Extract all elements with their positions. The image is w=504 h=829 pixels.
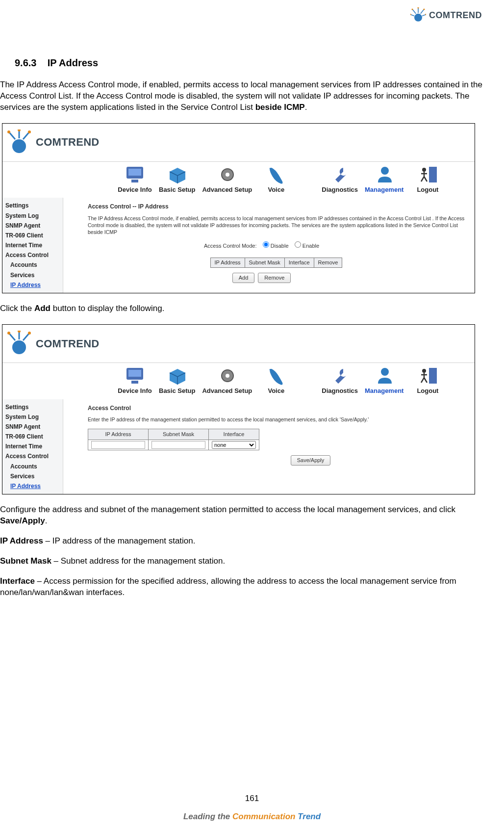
nav-diagnostics[interactable]: Diagnostics: [322, 366, 358, 395]
add-button[interactable]: Add: [232, 273, 255, 283]
sidebar-item-ip-address[interactable]: IP Address: [5, 481, 60, 491]
nav-label: Basic Setup: [159, 185, 195, 194]
intro-text-a: The IP Address Access Control mode, if e…: [0, 80, 482, 112]
mode-label: Access Control Mode:: [204, 243, 257, 249]
main-panel: Access Control -- IP Address The IP Addr…: [63, 198, 475, 293]
svg-point-20: [28, 332, 31, 335]
nav-label: Advanced Setup: [202, 387, 252, 395]
nav-device-info[interactable]: Device Info: [118, 366, 152, 395]
sidebar-item-settings[interactable]: Settings: [5, 201, 60, 210]
gear-icon: [216, 366, 238, 386]
click-text-c: button to display the following.: [50, 304, 164, 313]
sidebar-item-system-log[interactable]: System Log: [5, 412, 60, 422]
sidebar-item-internet-time[interactable]: Internet Time: [5, 240, 60, 250]
sidebar-item-internet-time[interactable]: Internet Time: [5, 441, 60, 451]
sidebar-item-tr069[interactable]: TR-069 Client: [5, 231, 60, 240]
document-body: 9.6.3 IP Address The IP Address Access C…: [0, 0, 504, 598]
ip-address-input[interactable]: [91, 441, 145, 449]
nav-management[interactable]: Management: [365, 165, 403, 194]
ui-brand-text: COMTREND: [36, 135, 100, 150]
radio-enable[interactable]: [295, 241, 301, 248]
tagline-a: Leading the: [183, 812, 232, 821]
page-number: 161: [0, 794, 504, 803]
svg-point-9: [7, 130, 10, 133]
sidebar-item-ip-address[interactable]: IP Address: [5, 280, 60, 290]
access-control-mode-row: Access Control Mode: Disable Enable: [58, 241, 465, 250]
brand-text: COMTREND: [429, 10, 482, 21]
svg-point-2: [423, 8, 425, 10]
box-icon: [166, 165, 188, 184]
sidebar-item-system-log[interactable]: System Log: [5, 211, 60, 221]
ui-header: COMTREND: [2, 124, 475, 162]
nav-device-info[interactable]: Device Info: [118, 165, 152, 194]
tagline-b: Communication: [232, 812, 295, 821]
def-ip-label: IP Address: [0, 536, 43, 545]
person-icon: [373, 366, 396, 386]
svg-rect-12: [131, 180, 138, 182]
def-interface: Interface – Access permission for the sp…: [0, 576, 494, 598]
nav-label: Diagnostics: [322, 185, 358, 194]
radio-disable[interactable]: [263, 241, 269, 248]
nav-label: Logout: [417, 387, 438, 395]
sidebar-item-access-control[interactable]: Access Control: [5, 250, 60, 260]
col-interface: Interface: [209, 429, 259, 440]
nav-voice[interactable]: Voice: [259, 165, 293, 194]
nav-label: Diagnostics: [322, 387, 358, 395]
col-ip: IP Address: [88, 429, 149, 440]
nav-voice[interactable]: Voice: [259, 366, 293, 395]
nav-advanced-setup[interactable]: Advanced Setup: [202, 165, 252, 194]
ui-brand-text: COMTREND: [36, 337, 100, 351]
sidebar-item-settings[interactable]: Settings: [5, 402, 60, 412]
sidebar-item-tr069[interactable]: TR-069 Client: [5, 432, 60, 441]
interface-select[interactable]: none: [212, 441, 256, 449]
sidebar-item-accounts[interactable]: Accounts: [5, 462, 60, 471]
nav-label: Voice: [268, 185, 284, 194]
svg-point-6: [12, 139, 26, 153]
page-brand: COMTREND: [410, 7, 482, 23]
nav-logout[interactable]: Logout: [410, 366, 445, 395]
svg-point-18: [12, 340, 26, 354]
ui-brand: COMTREND: [6, 130, 100, 155]
screenshot-access-control-add: COMTREND Device Info Basic Setup Advance…: [2, 324, 475, 494]
definition-list: IP Address – IP address of the managemen…: [0, 536, 504, 598]
nav-management[interactable]: Management: [365, 366, 403, 395]
wrench-icon: [328, 165, 351, 184]
svg-point-27: [381, 368, 389, 376]
sidebar-item-accounts[interactable]: Accounts: [5, 260, 60, 270]
sidebar-item-snmp-agent[interactable]: SNMP Agent: [5, 422, 60, 432]
config-text-a: Configure the address and subnet of the …: [0, 505, 455, 514]
section-title: IP Address: [48, 57, 98, 68]
section-heading: 9.6.3 IP Address: [0, 56, 504, 70]
sidebar-item-services[interactable]: Services: [5, 270, 60, 280]
svg-rect-23: [128, 370, 141, 377]
sidebar-item-services[interactable]: Services: [5, 471, 60, 481]
sidebar-item-access-control[interactable]: Access Control: [5, 451, 60, 461]
main-panel: Access Control Enter the IP address of t…: [63, 399, 475, 494]
nav-label: Device Info: [118, 387, 151, 395]
panel-title: Access Control: [88, 404, 465, 412]
person-icon: [373, 165, 396, 184]
acl-table: IP Address Subnet Mask Interface Remove: [210, 258, 343, 268]
monitor-icon: [124, 366, 146, 386]
nav-diagnostics[interactable]: Diagnostics: [322, 165, 358, 194]
save-apply-button[interactable]: Save/Apply: [291, 455, 331, 466]
intro-bold: beside ICMP: [255, 103, 305, 112]
nav-advanced-setup[interactable]: Advanced Setup: [202, 366, 252, 395]
nav-label: Voice: [268, 387, 284, 395]
subnet-mask-input[interactable]: [151, 441, 205, 449]
nav-basic-setup[interactable]: Basic Setup: [159, 165, 195, 194]
nav-label: Logout: [417, 185, 438, 194]
exit-icon: [416, 366, 439, 386]
panel-description: Enter the IP address of the management s…: [88, 416, 465, 423]
svg-rect-16: [429, 167, 437, 182]
nav-basic-setup[interactable]: Basic Setup: [159, 366, 195, 395]
remove-button[interactable]: Remove: [258, 273, 291, 283]
nav-label: Basic Setup: [159, 387, 195, 395]
sidebar-item-snmp-agent[interactable]: SNMP Agent: [5, 221, 60, 231]
nav-logout[interactable]: Logout: [410, 165, 445, 194]
def-subnet: Subnet Mask – Subnet address for the man…: [0, 556, 494, 567]
svg-point-17: [422, 168, 426, 172]
panel-title: Access Control -- IP Address: [88, 203, 465, 210]
sidebar: Settings System Log SNMP Agent TR-069 Cl…: [2, 198, 63, 293]
monitor-icon: [124, 165, 146, 184]
